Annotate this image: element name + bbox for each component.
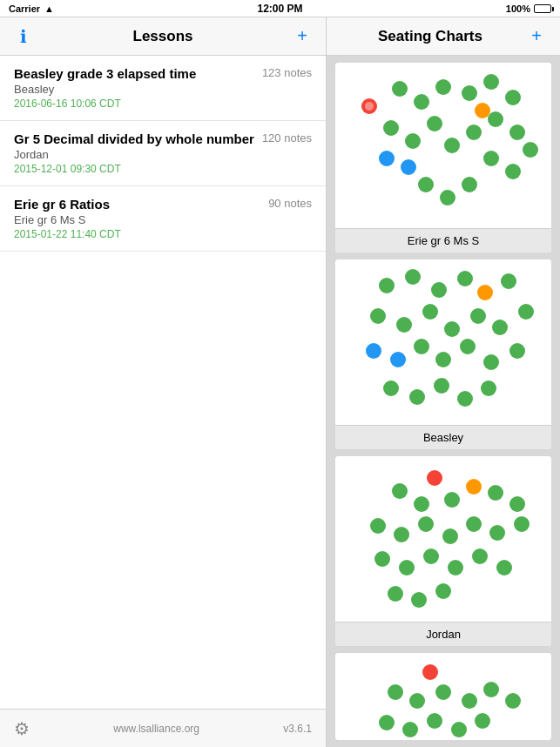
lessons-nav: ℹ Lessons + (0, 17, 327, 55)
svg-point-68 (496, 560, 512, 575)
svg-point-1 (365, 102, 374, 111)
seating-panel[interactable]: Erie gr 6 Ms S (327, 56, 560, 747)
svg-point-50 (466, 479, 482, 495)
svg-point-82 (451, 722, 467, 737)
lesson-title: Beasley grade 3 elapsed time (14, 66, 255, 81)
svg-point-26 (431, 282, 447, 298)
lesson-date: 2015-01-22 11:40 CDT (14, 228, 312, 240)
battery-label: 100% (506, 3, 530, 14)
seating-card[interactable]: Jordan (335, 456, 551, 646)
svg-point-42 (483, 354, 499, 370)
svg-point-32 (422, 304, 438, 320)
lesson-item[interactable]: Gr 5 Decimal divided by whole number 120… (0, 121, 326, 186)
svg-point-69 (388, 586, 403, 602)
svg-point-45 (409, 389, 425, 405)
lessons-title: Lessons (37, 28, 289, 45)
seating-chart-canvas-3 (335, 456, 551, 622)
seating-add-button[interactable]: + (523, 24, 550, 50)
status-bar-time: 12:00 PM (257, 3, 302, 15)
lesson-notes: 90 notes (268, 197, 312, 210)
battery-icon (534, 4, 551, 13)
settings-icon[interactable]: ⚙ (14, 718, 30, 739)
svg-point-38 (390, 352, 406, 367)
svg-point-31 (396, 317, 412, 333)
seating-chart-canvas-2 (335, 259, 551, 425)
svg-point-7 (505, 90, 521, 105)
svg-point-66 (448, 560, 463, 575)
seating-card[interactable] (335, 653, 551, 740)
svg-point-8 (383, 120, 399, 136)
svg-point-34 (470, 308, 486, 324)
seating-chart-canvas-1 (335, 63, 551, 228)
svg-point-57 (394, 527, 409, 542)
footer: ⚙ www.lsalliance.org v3.6.1 (0, 709, 326, 747)
svg-point-14 (444, 138, 460, 153)
svg-point-6 (483, 74, 499, 90)
svg-point-65 (423, 548, 439, 564)
lessons-list: Beasley grade 3 elapsed time 123 notes B… (0, 56, 326, 709)
svg-point-74 (409, 693, 425, 709)
lesson-item[interactable]: Beasley grade 3 elapsed time 123 notes B… (0, 56, 326, 121)
svg-point-72 (422, 664, 438, 680)
lesson-class: Beasley (14, 83, 312, 96)
lesson-title: Erie gr 6 Ratios (14, 197, 261, 212)
lesson-class: Erie gr 6 Ms S (14, 213, 312, 226)
svg-point-39 (414, 339, 429, 354)
seating-card[interactable]: Beasley (335, 259, 551, 449)
svg-point-16 (488, 111, 503, 127)
lesson-class: Jordan (14, 148, 312, 161)
lessons-panel: Beasley grade 3 elapsed time 123 notes B… (0, 56, 327, 747)
seating-card-label: Beasley (335, 425, 551, 449)
seating-card[interactable]: Erie gr 6 Ms S (335, 63, 551, 252)
svg-point-19 (440, 190, 455, 205)
svg-point-4 (435, 79, 451, 95)
svg-point-23 (523, 142, 538, 158)
svg-point-35 (492, 320, 508, 335)
svg-point-55 (509, 496, 525, 512)
svg-point-17 (509, 124, 525, 140)
svg-point-41 (460, 339, 476, 354)
svg-point-60 (466, 516, 482, 532)
svg-point-10 (427, 116, 442, 131)
carrier-label: Carrier (9, 3, 40, 14)
svg-point-77 (483, 682, 499, 697)
lesson-date: 2016-06-16 10:06 CDT (14, 98, 312, 110)
seating-nav: Seating Charts + (327, 17, 560, 55)
footer-version: v3.6.1 (283, 723, 312, 735)
app-container: ℹ Lessons + Seating Charts + Beasley gra… (0, 17, 560, 747)
svg-point-20 (462, 177, 477, 192)
svg-point-53 (444, 492, 460, 508)
lesson-notes: 123 notes (262, 66, 312, 79)
svg-point-11 (379, 151, 395, 166)
svg-point-2 (392, 81, 408, 97)
status-bar-right: 100% (506, 3, 551, 14)
svg-point-51 (392, 483, 408, 499)
seating-chart-canvas-4 (335, 653, 551, 740)
svg-point-46 (434, 378, 449, 394)
svg-point-12 (401, 159, 416, 175)
lesson-item-header: Beasley grade 3 elapsed time 123 notes (14, 66, 312, 81)
content-container: Beasley grade 3 elapsed time 123 notes B… (0, 56, 560, 747)
seating-title: Seating Charts (337, 28, 523, 45)
lesson-notes: 120 notes (262, 131, 312, 145)
status-bar: Carrier ▲ 12:00 PM 100% (0, 0, 560, 17)
svg-point-48 (481, 380, 496, 396)
svg-point-64 (399, 560, 415, 575)
lesson-item[interactable]: Erie gr 6 Ratios 90 notes Erie gr 6 Ms S… (0, 186, 326, 252)
info-button[interactable]: ℹ (10, 24, 37, 50)
svg-point-71 (435, 583, 451, 599)
svg-point-54 (488, 485, 503, 501)
svg-point-40 (435, 352, 451, 367)
status-bar-left: Carrier ▲ (9, 3, 54, 14)
svg-point-18 (418, 177, 434, 192)
svg-point-33 (444, 321, 460, 337)
svg-point-75 (435, 684, 451, 700)
svg-point-3 (414, 94, 429, 110)
svg-point-62 (514, 516, 530, 532)
svg-point-70 (411, 592, 427, 608)
lesson-title: Gr 5 Decimal divided by whole number (14, 131, 255, 146)
svg-point-9 (405, 133, 421, 149)
svg-point-13 (475, 103, 490, 118)
svg-point-59 (442, 528, 458, 544)
lessons-add-button[interactable]: + (289, 24, 315, 50)
